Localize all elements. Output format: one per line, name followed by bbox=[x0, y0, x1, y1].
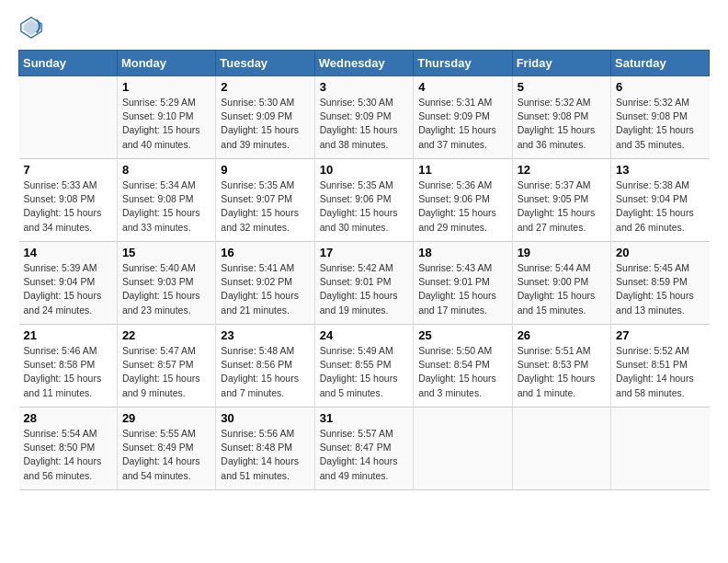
day-info: Sunrise: 5:43 AMSunset: 9:01 PMDaylight:… bbox=[418, 261, 506, 317]
day-info: Sunrise: 5:32 AMSunset: 9:08 PMDaylight:… bbox=[616, 96, 704, 152]
weekday-header-tuesday: Tuesday bbox=[216, 51, 314, 76]
calendar-cell: 17Sunrise: 5:42 AMSunset: 9:01 PMDayligh… bbox=[314, 242, 413, 325]
calendar-cell: 19Sunrise: 5:44 AMSunset: 9:00 PMDayligh… bbox=[512, 242, 610, 325]
calendar-cell: 21Sunrise: 5:46 AMSunset: 8:58 PMDayligh… bbox=[19, 325, 118, 408]
day-number: 7 bbox=[24, 163, 112, 177]
day-info: Sunrise: 5:50 AMSunset: 8:54 PMDaylight:… bbox=[418, 344, 506, 400]
weekday-header-saturday: Saturday bbox=[611, 51, 710, 76]
day-number: 1 bbox=[122, 80, 210, 94]
calendar-cell: 26Sunrise: 5:51 AMSunset: 8:53 PMDayligh… bbox=[512, 325, 610, 408]
calendar-cell: 16Sunrise: 5:41 AMSunset: 9:02 PMDayligh… bbox=[216, 242, 314, 325]
calendar-cell: 30Sunrise: 5:56 AMSunset: 8:48 PMDayligh… bbox=[216, 408, 314, 490]
calendar-table: SundayMondayTuesdayWednesdayThursdayFrid… bbox=[18, 50, 710, 490]
day-number: 3 bbox=[320, 80, 408, 94]
day-number: 21 bbox=[24, 328, 112, 342]
day-info: Sunrise: 5:47 AMSunset: 8:57 PMDaylight:… bbox=[122, 344, 210, 400]
calendar-cell: 13Sunrise: 5:38 AMSunset: 9:04 PMDayligh… bbox=[611, 159, 710, 242]
day-number: 17 bbox=[320, 246, 408, 259]
calendar-cell: 28Sunrise: 5:54 AMSunset: 8:50 PMDayligh… bbox=[19, 408, 118, 490]
day-info: Sunrise: 5:38 AMSunset: 9:04 PMDaylight:… bbox=[616, 178, 704, 235]
weekday-header-wednesday: Wednesday bbox=[314, 51, 413, 76]
day-number: 18 bbox=[418, 246, 506, 259]
calendar-cell: 6Sunrise: 5:32 AMSunset: 9:08 PMDaylight… bbox=[611, 76, 710, 159]
calendar-cell: 1Sunrise: 5:29 AMSunset: 9:10 PMDaylight… bbox=[117, 76, 215, 159]
day-info: Sunrise: 5:30 AMSunset: 9:09 PMDaylight:… bbox=[320, 96, 408, 152]
calendar-cell bbox=[19, 76, 118, 159]
day-number: 11 bbox=[418, 163, 506, 177]
day-info: Sunrise: 5:32 AMSunset: 9:08 PMDaylight:… bbox=[518, 96, 606, 152]
day-number: 10 bbox=[320, 163, 408, 177]
logo bbox=[18, 15, 48, 40]
calendar-cell: 29Sunrise: 5:55 AMSunset: 8:49 PMDayligh… bbox=[117, 408, 215, 490]
weekday-header-friday: Friday bbox=[512, 51, 610, 76]
day-info: Sunrise: 5:49 AMSunset: 8:55 PMDaylight:… bbox=[320, 344, 408, 400]
day-number: 28 bbox=[24, 411, 112, 425]
week-row-2: 7Sunrise: 5:33 AMSunset: 9:08 PMDaylight… bbox=[19, 159, 710, 242]
weekday-header-thursday: Thursday bbox=[414, 51, 512, 76]
calendar-cell: 14Sunrise: 5:39 AMSunset: 9:04 PMDayligh… bbox=[19, 242, 118, 325]
weekday-header-row: SundayMondayTuesdayWednesdayThursdayFrid… bbox=[19, 51, 710, 76]
day-info: Sunrise: 5:56 AMSunset: 8:48 PMDaylight:… bbox=[221, 427, 309, 483]
calendar-cell: 24Sunrise: 5:49 AMSunset: 8:55 PMDayligh… bbox=[314, 325, 413, 408]
calendar-cell: 31Sunrise: 5:57 AMSunset: 8:47 PMDayligh… bbox=[314, 408, 413, 490]
day-number: 9 bbox=[221, 163, 309, 177]
calendar-cell: 20Sunrise: 5:45 AMSunset: 8:59 PMDayligh… bbox=[611, 242, 710, 325]
day-info: Sunrise: 5:54 AMSunset: 8:50 PMDaylight:… bbox=[24, 427, 112, 483]
day-number: 16 bbox=[221, 246, 309, 259]
day-info: Sunrise: 5:34 AMSunset: 9:08 PMDaylight:… bbox=[122, 178, 210, 235]
day-number: 19 bbox=[518, 246, 606, 259]
day-info: Sunrise: 5:41 AMSunset: 9:02 PMDaylight:… bbox=[221, 261, 309, 317]
calendar-cell: 2Sunrise: 5:30 AMSunset: 9:09 PMDaylight… bbox=[216, 76, 314, 159]
day-info: Sunrise: 5:30 AMSunset: 9:09 PMDaylight:… bbox=[221, 96, 309, 152]
day-number: 2 bbox=[221, 80, 309, 94]
week-row-5: 28Sunrise: 5:54 AMSunset: 8:50 PMDayligh… bbox=[19, 408, 710, 490]
day-number: 27 bbox=[616, 328, 704, 342]
day-number: 6 bbox=[616, 80, 704, 94]
day-info: Sunrise: 5:35 AMSunset: 9:06 PMDaylight:… bbox=[320, 178, 408, 235]
day-info: Sunrise: 5:42 AMSunset: 9:01 PMDaylight:… bbox=[320, 261, 408, 317]
day-number: 20 bbox=[616, 246, 704, 259]
calendar-cell: 22Sunrise: 5:47 AMSunset: 8:57 PMDayligh… bbox=[117, 325, 215, 408]
calendar-cell: 9Sunrise: 5:35 AMSunset: 9:07 PMDaylight… bbox=[216, 159, 314, 242]
week-row-1: 1Sunrise: 5:29 AMSunset: 9:10 PMDaylight… bbox=[19, 76, 710, 159]
calendar-cell: 18Sunrise: 5:43 AMSunset: 9:01 PMDayligh… bbox=[414, 242, 512, 325]
day-info: Sunrise: 5:29 AMSunset: 9:10 PMDaylight:… bbox=[122, 96, 210, 152]
day-info: Sunrise: 5:51 AMSunset: 8:53 PMDaylight:… bbox=[518, 344, 606, 400]
day-info: Sunrise: 5:46 AMSunset: 8:58 PMDaylight:… bbox=[24, 344, 112, 400]
day-number: 12 bbox=[518, 163, 606, 177]
week-row-3: 14Sunrise: 5:39 AMSunset: 9:04 PMDayligh… bbox=[19, 242, 710, 325]
week-row-4: 21Sunrise: 5:46 AMSunset: 8:58 PMDayligh… bbox=[19, 325, 710, 408]
day-info: Sunrise: 5:40 AMSunset: 9:03 PMDaylight:… bbox=[122, 261, 210, 317]
day-info: Sunrise: 5:37 AMSunset: 9:05 PMDaylight:… bbox=[518, 178, 606, 235]
calendar-cell: 15Sunrise: 5:40 AMSunset: 9:03 PMDayligh… bbox=[117, 242, 215, 325]
day-info: Sunrise: 5:36 AMSunset: 9:06 PMDaylight:… bbox=[418, 178, 506, 235]
day-number: 24 bbox=[320, 328, 408, 342]
calendar-cell bbox=[414, 408, 512, 490]
logo-icon bbox=[18, 15, 44, 40]
calendar-cell bbox=[512, 408, 610, 490]
day-number: 29 bbox=[122, 411, 210, 425]
day-info: Sunrise: 5:35 AMSunset: 9:07 PMDaylight:… bbox=[221, 178, 309, 235]
day-number: 26 bbox=[518, 328, 606, 342]
header bbox=[18, 15, 710, 40]
day-info: Sunrise: 5:31 AMSunset: 9:09 PMDaylight:… bbox=[418, 96, 506, 152]
calendar-cell bbox=[611, 408, 710, 490]
calendar-cell: 3Sunrise: 5:30 AMSunset: 9:09 PMDaylight… bbox=[314, 76, 413, 159]
day-number: 30 bbox=[221, 411, 309, 425]
calendar-cell: 11Sunrise: 5:36 AMSunset: 9:06 PMDayligh… bbox=[414, 159, 512, 242]
day-number: 5 bbox=[518, 80, 606, 94]
day-number: 31 bbox=[320, 411, 408, 425]
calendar-cell: 4Sunrise: 5:31 AMSunset: 9:09 PMDaylight… bbox=[414, 76, 512, 159]
calendar-cell: 10Sunrise: 5:35 AMSunset: 9:06 PMDayligh… bbox=[314, 159, 413, 242]
calendar-cell: 12Sunrise: 5:37 AMSunset: 9:05 PMDayligh… bbox=[512, 159, 610, 242]
day-number: 23 bbox=[221, 328, 309, 342]
day-info: Sunrise: 5:45 AMSunset: 8:59 PMDaylight:… bbox=[616, 261, 704, 317]
day-number: 15 bbox=[122, 246, 210, 259]
day-info: Sunrise: 5:33 AMSunset: 9:08 PMDaylight:… bbox=[24, 178, 112, 235]
day-info: Sunrise: 5:48 AMSunset: 8:56 PMDaylight:… bbox=[221, 344, 309, 400]
calendar-cell: 27Sunrise: 5:52 AMSunset: 8:51 PMDayligh… bbox=[611, 325, 710, 408]
day-number: 13 bbox=[616, 163, 704, 177]
day-info: Sunrise: 5:39 AMSunset: 9:04 PMDaylight:… bbox=[24, 261, 112, 317]
weekday-header-monday: Monday bbox=[117, 51, 215, 76]
day-number: 25 bbox=[418, 328, 506, 342]
